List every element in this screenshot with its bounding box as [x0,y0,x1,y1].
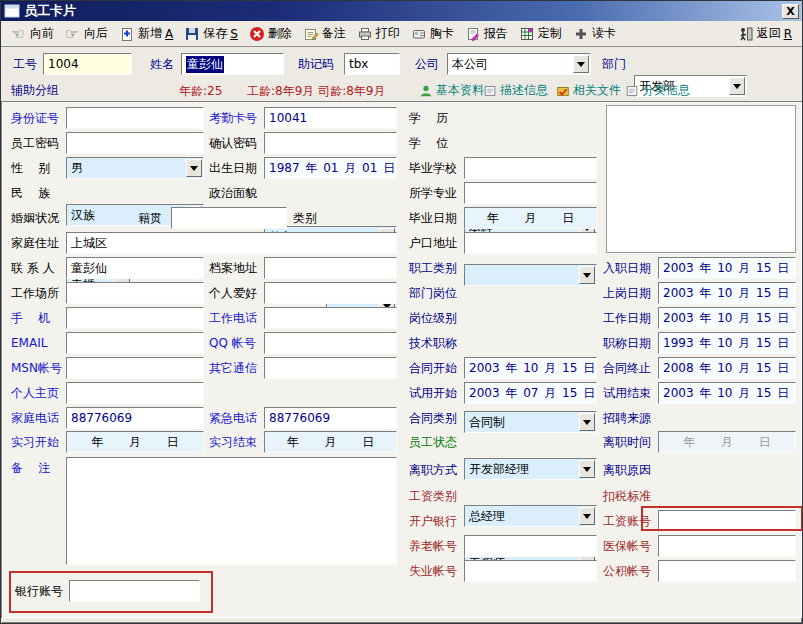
return-label: 返回 [757,25,781,42]
education-label: 学 历 [409,111,448,125]
remarks-textarea[interactable] [66,457,397,565]
emp-type-dropdown-button[interactable] [579,413,595,431]
name-input[interactable]: 童彭仙 [181,53,284,75]
tab-files[interactable]: 相关文件 [556,82,621,99]
email-label: EMAIL [11,336,47,350]
onboard-date-date-field[interactable]: 2003 年 10 月 15 日 [658,282,796,304]
registered-address-input[interactable] [464,232,597,254]
mnemonic-value: tbx [349,57,368,71]
customize-button[interactable]: 定制 [514,24,567,43]
other-comm-input[interactable] [264,357,397,379]
work-phone-input[interactable] [264,307,397,329]
new-button[interactable]: 新增A [114,24,178,43]
return-button[interactable]: 返回R [733,24,797,43]
contact-person-label: 联 系 人 [11,261,55,275]
backward-button[interactable]: ☞向后 [60,24,113,43]
contact-person-value: 童彭仙 [71,260,107,277]
trial-start-date-field[interactable]: 2003 年 07 月 15 日 [464,382,597,404]
emp-password-input[interactable] [66,132,204,154]
gender-dropdown-button[interactable] [186,159,202,177]
company-label: 公司 [415,57,439,71]
email-input[interactable] [66,332,204,354]
major-input[interactable] [464,182,597,204]
homepage-input[interactable] [66,382,204,404]
memo-button[interactable]: 备注 [298,24,351,43]
other-comm-label: 其它通信 [209,361,257,375]
contract-start-label: 合同开始 [409,361,457,375]
title-date-date-field[interactable]: 1993 年 10 月 15 日 [658,332,796,354]
fund-account-input[interactable] [658,560,796,582]
tab-category-label: 分类信息 [642,82,690,99]
grad-date-date-field[interactable]: 年 月 日 [464,207,597,229]
attend-card-input[interactable]: 10041 [264,107,397,129]
unemployment-account-input[interactable] [464,560,597,582]
company-select[interactable]: 本公司 [447,53,591,75]
workplace-input[interactable] [66,282,204,304]
home-phone-input[interactable]: 88776069 [66,407,204,429]
emp-status-label: 员工状态 [409,435,457,449]
post-level-dropdown-button[interactable] [579,507,595,525]
emergency-phone-input[interactable]: 88776069 [264,407,397,429]
delete-button[interactable]: 删除 [244,24,297,43]
print-button[interactable]: 打印 [352,24,405,43]
id-card-input[interactable] [66,107,204,129]
report-button[interactable]: 报告 [460,24,513,43]
badge-button[interactable]: 胸卡 [406,24,459,43]
mobile-input[interactable] [66,307,204,329]
bank-account-input[interactable] [69,580,200,602]
readcard-button[interactable]: 读卡 [568,24,621,43]
forward-button[interactable]: ☜向前 [6,24,59,43]
birth-date-date-field[interactable]: 1987 年 01 月 01 日 [264,157,397,179]
department-dropdown-button[interactable] [729,77,745,95]
window-icon [4,4,20,18]
id-card-label: 身份证号 [11,111,59,125]
leave-time-date-field[interactable]: 年 月 日 [658,431,796,453]
mnemonic-label: 助记码 [298,57,334,71]
trial-end-date-field[interactable]: 2003 年 10 月 15 日 [658,382,796,404]
medical-account-input[interactable] [658,535,796,557]
degree-dropdown-button[interactable] [579,266,595,284]
close-button[interactable]: X [782,4,799,19]
hire-date-value: 2003 年 10 月 15 日 [663,260,789,277]
leave-time-value: 年 月 日 [683,434,771,451]
save-button[interactable]: 保存S [179,24,243,43]
home-address-input[interactable]: 上城区 [66,232,397,254]
fund-account-label: 公积帐号 [603,564,651,578]
dept-post-dropdown-button[interactable] [579,460,595,478]
grad-school-input[interactable] [464,157,597,179]
msn-account-input[interactable] [66,357,204,379]
contract-start-date-field[interactable]: 2003 年 10 月 15 日 [464,357,597,379]
work-date-label: 工作日期 [603,311,651,325]
memo-label: 备注 [322,25,346,42]
pension-account-input[interactable] [464,535,597,557]
company-dropdown-button[interactable] [573,55,589,73]
work-date-date-field[interactable]: 2003 年 10 月 15 日 [658,307,796,329]
leave-time-label: 离职时间 [603,435,651,449]
dept-post-select[interactable]: 开发部经理 [464,458,597,480]
category-icon [625,84,639,98]
mnemonic-input[interactable]: tbx [344,53,400,75]
archive-address-input[interactable] [264,257,397,279]
emp-no-label: 工号 [13,57,37,71]
tab-category[interactable]: 分类信息 [625,82,690,99]
contract-end-date-field[interactable]: 2008 年 10 月 15 日 [658,357,796,379]
wage-account-input[interactable] [658,510,796,532]
tab-description[interactable]: 描述信息 [483,82,548,99]
native-place-input[interactable] [171,207,287,229]
degree-select[interactable] [464,264,597,286]
intern-end-date-field[interactable]: 年 月 日 [264,431,397,453]
hire-date-date-field[interactable]: 2003 年 10 月 15 日 [658,257,796,279]
intern-start-date-field[interactable]: 年 月 日 [66,431,204,453]
post-level-select[interactable]: 总经理 [464,505,597,527]
contract-type-label: 合同类别 [409,411,457,425]
emp-type-select[interactable]: 合同制 [464,411,597,433]
gender-select[interactable]: 男 [66,157,204,179]
qq-account-input[interactable] [264,332,397,354]
confirm-password-input[interactable] [264,132,397,154]
tab-basic[interactable]: 基本资料 [419,82,484,99]
hire-date-label: 入职日期 [603,261,651,275]
photo-area[interactable] [606,105,796,253]
hobby-input[interactable] [264,282,397,304]
contact-person-input[interactable]: 童彭仙 [66,257,204,279]
emp-no-input[interactable]: 1004 [43,53,132,75]
